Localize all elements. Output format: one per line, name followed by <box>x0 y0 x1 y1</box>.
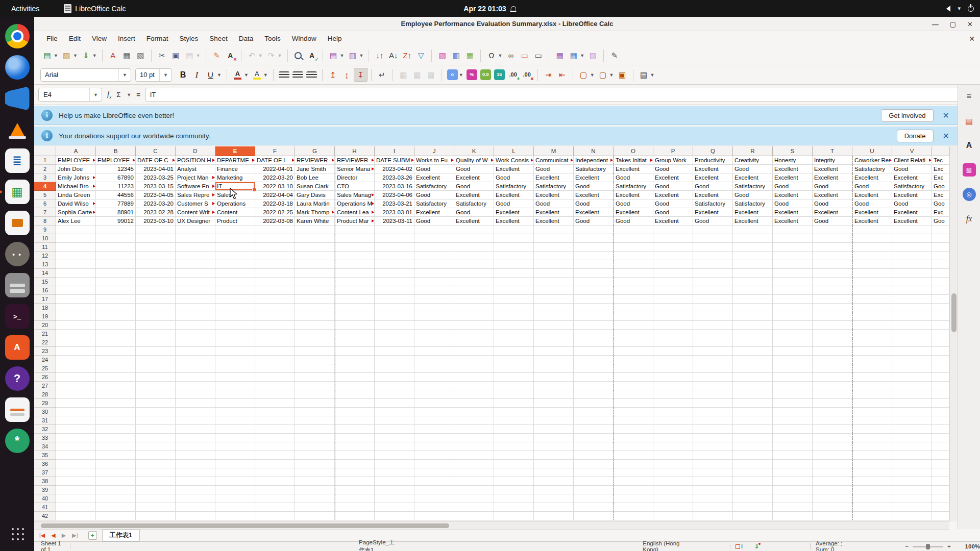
cell-Q8[interactable]: Good <box>693 217 733 226</box>
cell-D25[interactable] <box>176 364 215 373</box>
cell-H1[interactable]: REVIEWER <box>335 156 375 165</box>
cell-H5[interactable]: Sales Manag <box>335 191 375 199</box>
cell-D28[interactable] <box>176 390 215 399</box>
cell-S34[interactable] <box>773 442 813 451</box>
cell-K16[interactable] <box>454 286 494 295</box>
cell-M19[interactable] <box>534 312 574 321</box>
cell-E12[interactable] <box>215 252 255 260</box>
cell-K9[interactable] <box>454 226 494 234</box>
dock-messenger-icon[interactable] <box>5 55 30 80</box>
cell-R9[interactable] <box>733 226 773 234</box>
cell-K29[interactable] <box>454 399 494 408</box>
row-icon[interactable]: ▤▼ <box>327 48 346 62</box>
zoom-out-icon[interactable]: − <box>905 543 909 549</box>
cell-P37[interactable] <box>653 468 693 477</box>
cell-R18[interactable] <box>733 304 773 312</box>
cell-W32[interactable] <box>932 425 949 434</box>
cell-W11[interactable] <box>932 243 949 252</box>
cell-P41[interactable] <box>653 503 693 512</box>
cell-S18[interactable] <box>773 304 813 312</box>
cell-H7[interactable]: Content Lea <box>335 208 375 217</box>
cell-T2[interactable]: Excellent <box>813 165 852 173</box>
row-header-5[interactable]: 5 <box>34 191 56 199</box>
cell-M5[interactable]: Excellent <box>534 191 574 199</box>
clone-formatting-icon[interactable]: ✎ <box>210 48 224 62</box>
cell-T36[interactable] <box>813 460 852 468</box>
cell-S17[interactable] <box>773 295 813 304</box>
cell-H30[interactable] <box>335 408 375 416</box>
cell-L26[interactable] <box>494 373 534 382</box>
cell-P25[interactable] <box>653 364 693 373</box>
cell-J34[interactable] <box>414 442 454 451</box>
cell-R40[interactable] <box>733 494 773 503</box>
sidebar-navigator-icon[interactable]: ◎ <box>963 188 976 201</box>
cell-G2[interactable]: Jane Smith <box>295 165 335 173</box>
cell-B4[interactable]: 11223 <box>96 182 136 191</box>
cell-K18[interactable] <box>454 304 494 312</box>
cell-G26[interactable] <box>295 373 335 382</box>
font-color-icon[interactable]: A▼ <box>231 68 250 82</box>
cell-J10[interactable] <box>414 234 454 243</box>
cell-A16[interactable] <box>56 286 96 295</box>
cell-B29[interactable] <box>96 399 136 408</box>
cell-J3[interactable]: Excellent <box>414 173 454 182</box>
cell-P10[interactable] <box>653 234 693 243</box>
cell-R4[interactable]: Satisfactory <box>733 182 773 191</box>
cell-R13[interactable] <box>733 260 773 269</box>
cell-A38[interactable] <box>56 477 96 486</box>
cell-N10[interactable] <box>574 234 614 243</box>
cell-P29[interactable] <box>653 399 693 408</box>
cell-T17[interactable] <box>813 295 852 304</box>
row-header-13[interactable]: 13 <box>34 260 56 269</box>
cell-I31[interactable] <box>375 416 414 425</box>
cell-M21[interactable] <box>534 330 574 338</box>
cell-M17[interactable] <box>534 295 574 304</box>
cell-P4[interactable]: Good <box>653 182 693 191</box>
cell-T20[interactable] <box>813 321 852 330</box>
cell-K36[interactable] <box>454 460 494 468</box>
cell-T27[interactable] <box>813 382 852 390</box>
cell-A8[interactable]: Alex Lee <box>56 217 96 226</box>
sidebar-properties-icon[interactable]: ▤ <box>963 114 976 128</box>
cell-M24[interactable] <box>534 356 574 364</box>
cell-E33[interactable] <box>215 434 255 442</box>
cell-S9[interactable] <box>773 226 813 234</box>
cell-Q5[interactable]: Excellent <box>693 191 733 199</box>
cell-D40[interactable] <box>176 494 215 503</box>
cell-D13[interactable] <box>176 260 215 269</box>
cell-U4[interactable]: Good <box>852 182 892 191</box>
cell-C8[interactable]: 2023-03-10 <box>136 217 176 226</box>
cell-Q32[interactable] <box>693 425 733 434</box>
cell-A40[interactable] <box>56 494 96 503</box>
cell-K28[interactable] <box>454 390 494 399</box>
cell-K42[interactable] <box>454 512 494 520</box>
cell-A2[interactable]: John Doe <box>56 165 96 173</box>
cell-E1[interactable]: DEPARTME <box>215 156 255 165</box>
cell-N26[interactable] <box>574 373 614 382</box>
cell-F24[interactable] <box>255 356 295 364</box>
font-name-combo[interactable]: Arial ▼ <box>40 68 131 82</box>
row-header-30[interactable]: 30 <box>34 408 56 416</box>
cell-K26[interactable] <box>454 373 494 382</box>
cell-C3[interactable]: 2023-03-25 <box>136 173 176 182</box>
row-header-35[interactable]: 35 <box>34 451 56 460</box>
cell-N22[interactable] <box>574 338 614 347</box>
percent-format-icon[interactable]: % <box>465 68 479 82</box>
zoom-slider-thumb[interactable] <box>926 544 930 549</box>
dock-vscode-icon[interactable] <box>5 86 30 111</box>
cell-S14[interactable] <box>773 269 813 278</box>
cell-L5[interactable]: Excellent <box>494 191 534 199</box>
cell-T3[interactable]: Excellent <box>813 173 852 182</box>
cell-Q26[interactable] <box>693 373 733 382</box>
cell-D12[interactable] <box>176 252 215 260</box>
cell-A24[interactable] <box>56 356 96 364</box>
cell-M8[interactable]: Excellent <box>534 217 574 226</box>
cell-M22[interactable] <box>534 338 574 347</box>
cell-D14[interactable] <box>176 269 215 278</box>
cell-G4[interactable]: Susan Clark <box>295 182 335 191</box>
cell-N41[interactable] <box>574 503 614 512</box>
cell-N35[interactable] <box>574 451 614 460</box>
cell-L34[interactable] <box>494 442 534 451</box>
cell-K41[interactable] <box>454 503 494 512</box>
cell-N40[interactable] <box>574 494 614 503</box>
